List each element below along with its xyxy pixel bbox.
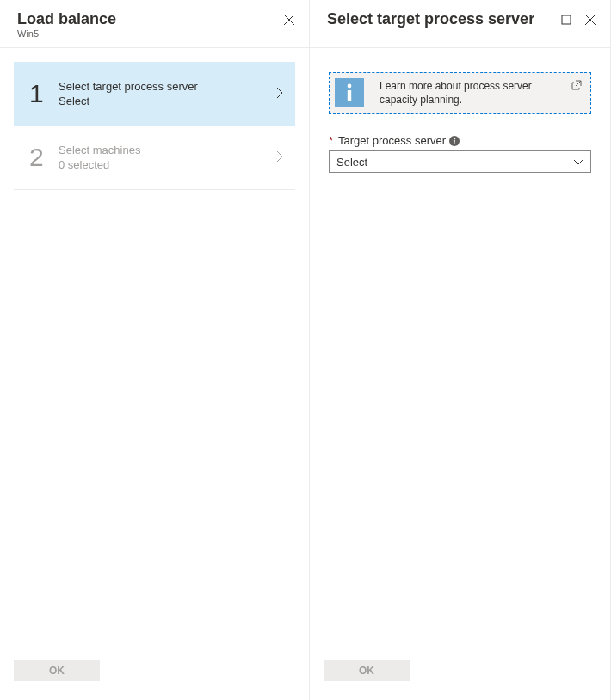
step-title: Select target process server (59, 80, 276, 93)
close-icon[interactable] (584, 14, 596, 26)
pane-title: Select target process server (327, 10, 560, 28)
target-process-server-select[interactable]: Select (329, 150, 591, 173)
info-icon (335, 78, 364, 107)
info-banner[interactable]: Learn more about process server capacity… (329, 72, 591, 114)
ok-button[interactable]: OK (14, 660, 100, 681)
pane-footer-left: OK (0, 648, 309, 700)
external-link-icon[interactable] (571, 80, 582, 93)
chevron-right-icon (276, 87, 283, 101)
select-target-process-server-pane: Select target process server Learn more … (310, 0, 611, 700)
pane-header-right: Select target process server (310, 0, 610, 48)
pane-titles: Select target process server (327, 10, 560, 28)
svg-point-1 (348, 84, 352, 89)
maximize-icon[interactable] (560, 14, 572, 26)
pane-title: Load balance (17, 10, 283, 28)
pane-footer-right: OK (310, 648, 610, 700)
pane-subtitle: Win5 (17, 28, 283, 39)
pane-body-left: 1 Select target process server Select 2 … (0, 48, 309, 648)
close-icon[interactable] (283, 14, 295, 26)
step-select-target-process-server[interactable]: 1 Select target process server Select (14, 62, 295, 126)
step-texts: Select target process server Select (59, 80, 276, 107)
field-label-text: Target process server (338, 134, 446, 147)
step-subtitle: Select (59, 95, 276, 107)
header-icons (283, 10, 295, 26)
step-select-machines[interactable]: 2 Select machines 0 selected (14, 126, 295, 190)
svg-rect-0 (562, 15, 571, 24)
pane-header-left: Load balance Win5 (0, 0, 309, 48)
step-texts: Select machines 0 selected (59, 144, 276, 171)
select-value: Select (336, 156, 367, 169)
info-tooltip-icon[interactable]: i (449, 136, 460, 146)
step-title: Select machines (59, 144, 276, 157)
step-subtitle: 0 selected (59, 158, 276, 171)
pane-body-right: Learn more about process server capacity… (310, 48, 610, 648)
step-number: 1 (29, 79, 59, 108)
svg-rect-2 (348, 90, 351, 101)
pane-titles: Load balance Win5 (17, 10, 283, 39)
ok-button[interactable]: OK (324, 660, 410, 681)
info-text: Learn more about process server capacity… (380, 79, 583, 107)
required-asterisk: * (329, 134, 333, 147)
chevron-right-icon (276, 150, 283, 165)
step-number: 2 (29, 143, 59, 172)
target-process-server-label: * Target process server i (329, 134, 591, 147)
load-balance-pane: Load balance Win5 1 Select target proces… (0, 0, 310, 700)
chevron-down-icon (573, 156, 583, 169)
header-icons (560, 10, 596, 26)
